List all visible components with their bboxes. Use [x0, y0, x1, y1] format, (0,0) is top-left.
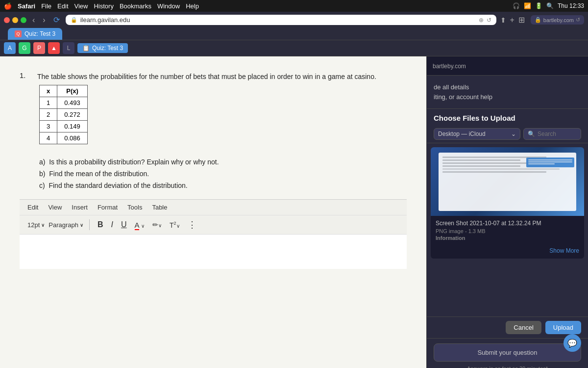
font-size-selector[interactable]: 12pt ∨ [27, 221, 45, 229]
quiz-tab-label: Quiz: Test 3 [24, 30, 55, 37]
bartleby-tab[interactable]: 🔒 bartleby.com ↺ [531, 15, 584, 25]
bookmark-l[interactable]: L [63, 42, 74, 54]
table-header-x: x [40, 85, 57, 97]
show-more-button[interactable]: Show More [549, 247, 579, 254]
tab-overview-button[interactable]: ⊞ [518, 15, 525, 25]
quiz-tab-icon: Q [15, 30, 22, 37]
table-cell: 2 [40, 109, 57, 121]
table-cell: 0.149 [57, 121, 88, 132]
table-cell: 0.493 [57, 97, 88, 109]
editor-insert[interactable]: Insert [72, 204, 88, 211]
location-dropdown[interactable]: Desktop — iCloud ⌄ [434, 128, 520, 140]
question-text: The table shows the probabilities for th… [37, 71, 376, 82]
help-menu[interactable]: Help [186, 2, 199, 10]
search-icon[interactable]: 🔍 [546, 2, 554, 9]
bold-button[interactable]: B [96, 219, 105, 230]
text-color-button[interactable]: A ∨ [133, 220, 147, 230]
bookmark-red-icon[interactable]: ▲ [48, 42, 60, 54]
italic-button[interactable]: I [109, 219, 115, 230]
toolbar-divider-1 [89, 219, 90, 230]
table-row: 3 0.149 [40, 121, 88, 132]
file-info: Screen Shot 2021-10-07 at 12.32.24 PM PN… [431, 216, 584, 245]
highlight-button[interactable]: ✏∨ [150, 220, 164, 230]
paragraph-chevron: ∨ [80, 222, 83, 228]
upload-button[interactable]: Upload [545, 321, 581, 334]
window-menu[interactable]: Window [157, 2, 180, 10]
new-tab-button[interactable]: + [510, 16, 514, 25]
dialog-title: Choose Files to Upload [427, 109, 588, 125]
quiz-breadcrumb[interactable]: 📋 Quiz: Test 3 [77, 43, 128, 53]
more-button[interactable]: ⋮ [186, 218, 199, 231]
file-upload-dialog: Choose Files to Upload Desktop — iCloud … [427, 109, 588, 368]
mac-menubar: 🍎 Safari File Edit View History Bookmark… [0, 0, 588, 12]
address-bar[interactable] [80, 16, 476, 24]
answers-text: Answers in as fast as 30 minutes* [434, 366, 581, 368]
paragraph-value: Paragraph [49, 221, 78, 229]
apple-menu[interactable]: 🍎 [4, 2, 12, 10]
bookmark-a[interactable]: A [4, 42, 16, 54]
editor-edit[interactable]: Edit [27, 204, 38, 211]
underline-button[interactable]: U [119, 219, 129, 230]
edit-menu[interactable]: Edit [57, 2, 68, 10]
clock: Thu 12:33 [558, 2, 584, 9]
reload-icon-bartleby[interactable]: ↺ [576, 17, 580, 23]
dropdown-chevron: ⌄ [511, 131, 516, 137]
editor-area: Edit View Insert Format Tools Table 12pt… [20, 199, 407, 269]
ask-line [528, 161, 573, 162]
file-menu[interactable]: File [41, 2, 51, 10]
cancel-button[interactable]: Cancel [506, 321, 541, 334]
editor-table[interactable]: Table [152, 204, 167, 211]
table-cell: 4 [40, 132, 57, 144]
dialog-buttons: Cancel Upload [427, 316, 588, 338]
history-menu[interactable]: History [94, 2, 113, 10]
file-thumbnail[interactable]: Screen Shot 2021-10-07 at 12.32.24 PM PN… [431, 147, 584, 259]
refresh-button[interactable]: ⟳ [51, 15, 62, 25]
font-size-chevron: ∨ [41, 222, 45, 228]
editor-view[interactable]: View [48, 204, 62, 211]
forward-button[interactable]: › [41, 16, 47, 25]
chat-button[interactable]: 💬 [564, 334, 581, 352]
bookmarks-menu[interactable]: Bookmarks [120, 2, 151, 10]
thumb-line [442, 159, 520, 161]
tab-bar: Q Quiz: Test 3 [4, 28, 584, 40]
bartleby-favicon: 🔒 [535, 17, 541, 23]
reload-icon[interactable]: ↺ [487, 17, 491, 24]
close-button[interactable] [4, 17, 10, 23]
lock-icon: 🔒 [71, 17, 77, 23]
help-line-2: iting, or account help [434, 92, 581, 102]
search-input[interactable] [538, 131, 577, 137]
superscript-button[interactable]: T2∨ [168, 220, 182, 230]
sub-question-b: b) Find the mean of the distribution. [39, 170, 407, 178]
paragraph-selector[interactable]: Paragraph ∨ [49, 221, 83, 229]
bookmark-g[interactable]: G [19, 42, 30, 54]
minimize-button[interactable] [12, 17, 18, 23]
editor-tools[interactable]: Tools [127, 204, 142, 211]
safari-menu[interactable]: Safari [18, 2, 35, 10]
chat-icon: 💬 [567, 339, 577, 348]
sub-questions: a) Is this a probability distribution? E… [39, 158, 407, 189]
quiz-tab[interactable]: Q Quiz: Test 3 [8, 28, 62, 40]
probability-table: x P(x) 1 0.493 2 0.272 3 0.149 4 0.086 [39, 85, 88, 144]
browser-chrome: ‹ › ⟳ 🔒 ⊕ ↺ ⬆ + ⊞ 🔒 bartleby.com ↺ Q Qui… [0, 12, 588, 40]
thumbnail-content [439, 153, 577, 211]
address-bar-container[interactable]: 🔒 ⊕ ↺ [66, 15, 496, 25]
breadcrumb-icon: 📋 [82, 45, 90, 52]
back-button[interactable]: ‹ [30, 16, 37, 25]
share-button[interactable]: ⬆ [500, 16, 506, 24]
view-menu[interactable]: View [74, 2, 88, 10]
table-cell: 1 [40, 97, 57, 109]
dialog-location-bar: Desktop — iCloud ⌄ 🔍 [427, 125, 588, 143]
bookmark-p[interactable]: P [33, 42, 45, 54]
font-size-value: 12pt [27, 221, 40, 229]
submit-question-button[interactable]: Submit your question [434, 343, 581, 362]
editor-menubar: Edit View Insert Format Tools Table [20, 200, 407, 215]
bluetooth-icon: 🎧 [513, 2, 520, 9]
fullscreen-button[interactable] [21, 17, 26, 23]
thumbnail-image [431, 147, 584, 216]
search-box[interactable]: 🔍 [523, 128, 581, 140]
share-icon: ⊕ [479, 17, 484, 24]
table-row: 4 0.086 [40, 132, 88, 144]
editor-format[interactable]: Format [98, 204, 118, 211]
thumb-line [442, 171, 547, 173]
editor-text-area[interactable] [20, 235, 407, 269]
